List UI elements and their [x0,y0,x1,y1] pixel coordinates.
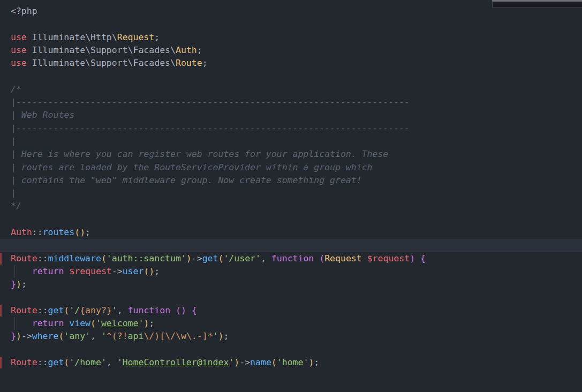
code-token: ) [308,357,314,367]
code-token [362,253,367,263]
code-line[interactable]: use Illuminate\Support\Facades\Auth; [0,44,582,57]
code-token: '/ [69,305,80,315]
code-token: :: [37,253,48,263]
code-token: {any?} [80,305,112,315]
code-token: ( [64,305,69,315]
code-line[interactable]: Route::get('/{any?}', function () { [0,304,582,317]
code-token [27,32,32,42]
code-token: , [261,253,271,263]
code-token: -> [112,266,123,276]
code-token: ; [223,331,229,341]
code-token: Route [11,357,37,367]
code-line[interactable]: use Illuminate\Support\Facades\Route; [0,57,582,70]
code-token [64,266,69,276]
code-line[interactable]: return $request->user(); [0,265,582,278]
code-token: name [250,357,271,367]
code-token: ] [202,331,208,341]
code-token: { [192,305,197,315]
code-token: ' [117,357,123,367]
code-token: Route [176,58,202,68]
code-line[interactable]: | [0,135,582,148]
code-token: /* [11,84,21,94]
code-line[interactable]: | Here is where you can register web rou… [0,148,582,161]
code-token: return [32,318,64,328]
gutter-change-marker [0,253,2,265]
indent-guide [14,265,15,278]
code-token: | Here is where you can register web rou… [11,149,388,159]
code-token: function [271,253,314,263]
code-token: ; [85,227,90,237]
code-token: ' [213,331,218,341]
code-line[interactable]: })->where('any', '^(?!api\/)[\/\w\.-]*')… [0,330,582,343]
code-token: Request [324,253,362,263]
code-line[interactable]: | [0,187,582,200]
code-line[interactable]: | routes are loaded by the RouteServiceP… [0,161,582,174]
code-token: ( [218,253,223,263]
code-token: Illuminate\Support\Facades\ [32,58,176,68]
code-token: welcome [101,318,139,328]
code-token: middleware [48,253,101,263]
code-token: ' [101,331,107,341]
code-token: use [11,32,27,42]
gutter-change-marker [0,305,2,316]
code-token: 'any' [64,331,90,341]
code-token: $request [69,266,111,276]
code-line[interactable] [0,291,582,304]
code-line[interactable]: }); [0,278,582,291]
code-token: ( [90,318,96,328]
code-line[interactable]: use Illuminate\Http\Request; [0,31,582,44]
code-token: :: [32,227,43,237]
code-line[interactable]: /* [0,83,582,96]
code-token: ) [410,253,415,263]
code-token: ' [229,357,234,367]
code-line[interactable] [0,70,582,82]
code-token: function [128,305,170,315]
code-token: ; [314,357,319,367]
code-token: :: [37,305,48,315]
code-token: ; [202,58,208,68]
code-token: Auth [11,227,32,237]
code-token: ) [186,253,192,263]
code-token: use [11,58,27,68]
code-token: user [123,266,144,276]
code-token: } [11,331,16,341]
code-token [11,318,32,328]
code-token: '/home' [69,357,107,367]
code-token: ) [143,318,149,328]
code-token: get [202,253,218,263]
code-token: ; [154,32,160,42]
code-token: get [48,305,64,315]
code-token: get [48,357,64,367]
code-token: return [32,266,64,276]
code-token: routes [43,227,75,237]
code-token [170,305,176,315]
code-token: |---------------------------------------… [11,97,410,107]
code-token: api [128,331,144,341]
code-token: ' [96,318,101,328]
code-line[interactable]: |---------------------------------------… [0,96,582,109]
code-token: ( [58,331,64,341]
code-line[interactable]: Route::get('/home', 'HomeController@inde… [0,356,582,369]
code-token: () [143,266,154,276]
code-token [27,45,32,55]
code-line[interactable] [0,18,582,31]
code-line[interactable]: | Web Routes [0,109,582,122]
code-line[interactable]: Route::middleware('auth::sanctum')->get(… [0,252,582,265]
code-line[interactable]: */ [0,200,582,213]
code-token: | Web Routes [11,110,74,120]
code-token: '/user' [223,253,261,263]
code-token: Request [117,32,155,42]
code-token: () [176,305,186,315]
code-line[interactable]: return view('welcome'); [0,317,582,330]
code-line[interactable] [0,343,582,356]
code-token: ( [64,357,69,367]
code-token: ; [197,45,202,55]
code-token [314,253,319,263]
code-token: (?! [112,331,128,341]
code-line[interactable]: | contains the "web" middleware group. N… [0,174,582,187]
code-editor[interactable]: <?phpuse Illuminate\Http\Request;use Ill… [0,0,582,392]
code-line[interactable]: Auth::routes(); [0,226,582,239]
code-line-current[interactable] [0,239,582,252]
code-line[interactable] [0,213,582,226]
code-line[interactable]: |---------------------------------------… [0,122,582,135]
